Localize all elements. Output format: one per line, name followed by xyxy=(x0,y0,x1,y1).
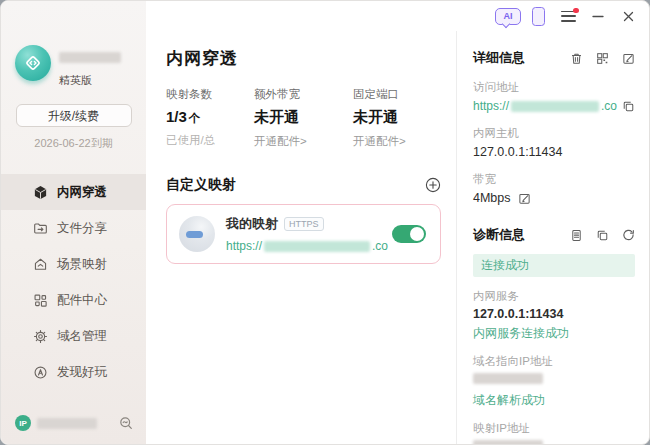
diagnosis-section: 诊断信息 xyxy=(473,226,635,445)
stat-value: 未开通 xyxy=(353,108,441,127)
url-suffix: .co xyxy=(372,239,388,253)
edit-icon xyxy=(622,52,635,65)
url-redacted xyxy=(264,241,370,252)
refresh-icon xyxy=(622,229,635,242)
sidebar-item-file-share[interactable]: 文件分享 xyxy=(1,210,146,246)
sidebar-item-label: 文件分享 xyxy=(57,220,107,237)
entry-status: 域名解析成功 xyxy=(473,392,635,409)
diagnosis-entry: 映射IP地址 映射连接成功 xyxy=(473,421,635,445)
sidebar-item-discover[interactable]: 发现好玩 xyxy=(1,354,146,390)
copy-diagnosis-button[interactable] xyxy=(596,229,609,242)
sidebar-item-label: 内网穿透 xyxy=(57,184,107,201)
entry-status: 内网服务连接成功 xyxy=(473,325,635,342)
mapping-card[interactable]: 我的映射 HTTPS https:// .co xyxy=(166,204,441,264)
url-prefix: https:// xyxy=(226,239,262,253)
details-header: 详细信息 xyxy=(473,49,635,67)
entry-label: 内网服务 xyxy=(473,289,635,304)
minimize-button[interactable] xyxy=(583,1,613,31)
sidebar-item-scene-mapping[interactable]: 场景映射 xyxy=(1,246,146,282)
sidebar-item-intranet-tunnel[interactable]: 内网穿透 xyxy=(1,174,146,210)
intranet-host-value: 127.0.0.1:11434 xyxy=(473,145,635,159)
phone-icon xyxy=(532,7,545,26)
access-url[interactable]: https:// .co xyxy=(473,99,617,113)
page-title: 内网穿透 xyxy=(166,47,441,70)
username-redacted xyxy=(59,52,121,63)
main-panel: 内网穿透 映射条数 1/3个 已使用/总 额外带宽 未开通 开通配件> xyxy=(146,31,456,444)
hamburger-icon xyxy=(561,11,576,22)
open-addon-link[interactable]: 开通配件> xyxy=(254,134,353,149)
qr-code-icon xyxy=(596,52,609,65)
mapping-name: 我的映射 xyxy=(226,215,278,233)
home-arrow-icon xyxy=(33,257,48,272)
titlebar: AI xyxy=(146,1,649,31)
cube-icon xyxy=(33,185,48,200)
mapping-url[interactable]: https:// .co xyxy=(226,239,388,253)
stat-value: 未开通 xyxy=(254,108,353,127)
grid-icon xyxy=(33,293,48,308)
qr-code-button[interactable] xyxy=(596,52,609,65)
ip-address-redacted xyxy=(37,418,97,429)
stat-value-unit: 个 xyxy=(189,112,201,124)
upgrade-renew-button[interactable]: 升级/续费 xyxy=(16,104,132,127)
ai-assistant-button[interactable]: AI xyxy=(493,1,523,31)
copy-icon xyxy=(596,229,609,242)
notification-dot xyxy=(573,8,579,14)
details-title: 详细信息 xyxy=(473,49,570,67)
entry-label: 域名指向IP地址 xyxy=(473,354,635,369)
add-mapping-button[interactable] xyxy=(425,177,441,193)
sidebar-footer: IP xyxy=(15,415,133,431)
access-address-label: 访问地址 xyxy=(473,80,635,95)
url-redacted xyxy=(511,101,599,112)
close-button[interactable] xyxy=(613,1,643,31)
entry-label: 映射IP地址 xyxy=(473,421,635,436)
expiry-date: 2026-06-22到期 xyxy=(1,136,146,151)
mapping-info: 我的映射 HTTPS https:// .co xyxy=(226,215,388,253)
url-prefix: https:// xyxy=(473,99,509,113)
bandwidth-row: 4Mbps xyxy=(473,191,635,205)
diagnosis-header: 诊断信息 xyxy=(473,226,635,244)
entry-value-redacted xyxy=(473,373,543,384)
edit-bandwidth-button[interactable] xyxy=(518,192,531,205)
intranet-host-label: 内网主机 xyxy=(473,126,635,141)
plan-label: 精英版 xyxy=(59,73,121,88)
stat-label: 映射条数 xyxy=(166,87,254,102)
sidebar-item-domain-management[interactable]: 域名管理 xyxy=(1,318,146,354)
edit-icon xyxy=(518,192,531,205)
app-logo-icon xyxy=(15,45,51,81)
stat-sub: 已使用/总 xyxy=(166,133,254,148)
diagnosis-entry: 内网服务 127.0.0.1:11434 内网服务连接成功 xyxy=(473,289,635,342)
access-address-row: https:// .co xyxy=(473,99,635,113)
trash-icon xyxy=(570,52,583,65)
stat-label: 固定端口 xyxy=(353,87,441,102)
stat-value: 1/3个 xyxy=(166,108,254,126)
mobile-app-button[interactable] xyxy=(523,1,553,31)
copy-url-button[interactable] xyxy=(622,100,635,113)
stats-row: 映射条数 1/3个 已使用/总 额外带宽 未开通 开通配件> 固定端口 未开通 xyxy=(166,87,441,149)
custom-mapping-header: 自定义映射 xyxy=(166,176,441,194)
browser-globe-icon xyxy=(179,216,215,252)
edit-mapping-button[interactable] xyxy=(622,52,635,65)
detail-panel: 详细信息 xyxy=(456,31,649,444)
sidebar: 精英版 升级/续费 2026-06-22到期 内网穿透 文件分享 xyxy=(1,1,146,444)
refresh-diagnosis-button[interactable] xyxy=(622,229,635,242)
stat-value-number: 1/3 xyxy=(166,108,187,125)
profile-text: 精英版 xyxy=(59,45,121,88)
main-menu-button[interactable] xyxy=(553,1,583,31)
mapping-enabled-toggle[interactable] xyxy=(392,225,426,243)
copy-icon xyxy=(622,100,635,113)
bandwidth-label: 带宽 xyxy=(473,172,635,187)
minimize-icon xyxy=(592,10,604,22)
open-addon-link[interactable]: 开通配件> xyxy=(353,134,441,149)
network-check-icon[interactable] xyxy=(119,416,133,430)
protocol-badge: HTTPS xyxy=(284,217,324,231)
entry-value-redacted xyxy=(473,440,543,445)
custom-mapping-title: 自定义映射 xyxy=(166,176,236,194)
sidebar-item-label: 场景映射 xyxy=(57,256,107,273)
stat-mapping-count: 映射条数 1/3个 已使用/总 xyxy=(166,87,254,149)
delete-mapping-button[interactable] xyxy=(570,52,583,65)
profile: 精英版 xyxy=(15,45,146,88)
sidebar-item-addon-center[interactable]: 配件中心 xyxy=(1,282,146,318)
diagnosis-log-button[interactable] xyxy=(570,229,583,242)
sidebar-item-label: 发现好玩 xyxy=(57,364,107,381)
close-icon xyxy=(623,11,634,22)
